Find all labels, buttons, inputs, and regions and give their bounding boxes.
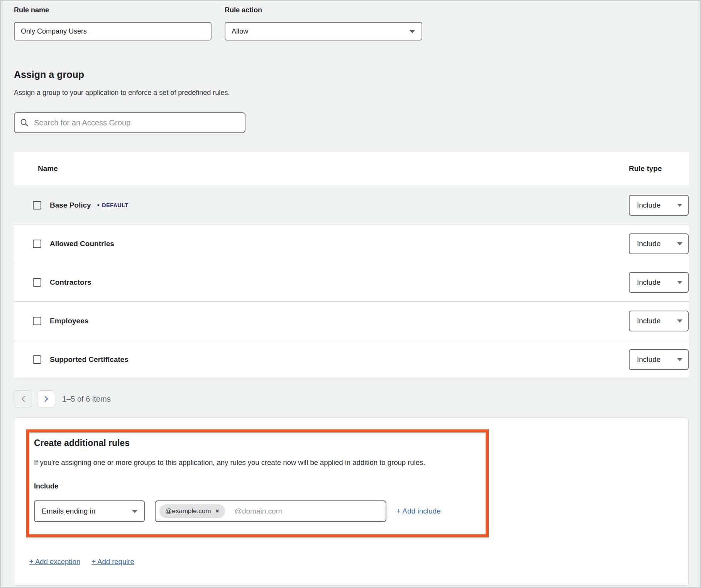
chevron-down-icon [677,242,682,245]
rule-links-row: + Add exception + Add require [29,558,688,566]
search-icon [20,118,29,127]
pagination-label: 1–5 of 6 items [62,395,111,404]
chevron-down-icon [677,281,682,284]
assign-group-heading: Assign a group [14,69,689,80]
table-row: Contractors Include [14,263,689,301]
row-name: Contractors [50,278,91,287]
table-row: Supported Certificates Include [14,340,689,378]
badge-label: DEFAULT [102,202,129,208]
rule-type-value: Include [637,201,660,210]
chevron-down-icon [132,510,138,513]
pagination: 1–5 of 6 items [14,390,689,407]
chevron-down-icon [677,319,682,323]
rule-form-row: Rule name Rule action Allow [14,6,689,41]
rule-type-select[interactable]: Include [629,311,689,331]
rule-type-value: Include [637,355,660,364]
additional-rules-description: If you're assigning one or more groups t… [34,458,478,467]
row-checkbox[interactable] [33,201,41,210]
rule-name-field-group: Rule name [14,6,212,41]
access-group-search-input[interactable]: Search for an Access Group [14,112,246,133]
rule-type-select[interactable]: Include [629,272,689,293]
table-row: Employees Include [14,301,689,340]
next-page-button[interactable] [37,390,55,407]
rule-type-value: Include [637,278,660,287]
rule-type-select[interactable]: Include [629,195,689,216]
add-require-link[interactable]: + Add require [91,558,134,566]
rule-type-select[interactable]: Include [629,233,689,254]
rule-name-input[interactable] [14,22,212,41]
rule-action-select[interactable]: Allow [225,22,422,41]
row-name: Employees [50,317,88,325]
domain-input-placeholder: @domain.com [235,507,282,515]
include-label: Include [34,482,478,490]
include-rule-controls: Emails ending in @example.com × @domain.… [34,500,478,522]
search-placeholder: Search for an Access Group [34,118,130,127]
column-header-rule-type: Rule type [629,164,689,173]
remove-tag-icon[interactable]: × [215,508,219,514]
row-checkbox[interactable] [33,240,41,248]
rule-action-field-group: Rule action Allow [225,6,422,41]
condition-select[interactable]: Emails ending in [34,500,145,522]
email-domain-tag: @example.com × [159,504,225,518]
row-name: Allowed Countries [50,240,114,248]
row-name: Supported Certificates [50,355,129,364]
rule-action-value: Allow [232,27,248,35]
chevron-down-icon [677,358,682,361]
badge-dot: • [97,202,100,208]
assign-group-description: Assign a group to your application to en… [14,89,689,97]
table-header: Name Rule type [14,152,689,186]
tag-label: @example.com [165,507,211,515]
column-header-name: Name [38,164,58,173]
app-window: Rule name Rule action Allow Assign a gro… [0,0,701,588]
access-groups-table: Name Rule type Base Policy • DEFAULT Inc… [14,152,689,379]
highlight-outline: Create additional rules If you're assign… [26,429,489,537]
rule-type-value: Include [637,317,660,325]
rule-type-value: Include [637,240,660,248]
chevron-right-icon [44,395,49,402]
rule-action-label: Rule action [225,6,422,14]
chevron-down-icon [677,204,682,207]
table-row: Allowed Countries Include [14,224,689,263]
table-row: Base Policy • DEFAULT Include [14,186,689,224]
add-include-link[interactable]: + Add include [396,507,441,515]
condition-value: Emails ending in [42,507,95,515]
default-badge: • DEFAULT [97,202,129,208]
chevron-down-icon [409,30,415,33]
row-checkbox[interactable] [33,317,41,325]
previous-page-button[interactable] [14,390,32,407]
rule-name-label: Rule name [14,6,212,14]
email-domain-input[interactable]: @example.com × @domain.com [155,500,386,522]
add-exception-link[interactable]: + Add exception [29,558,80,566]
rule-type-select[interactable]: Include [629,349,689,370]
additional-rules-heading: Create additional rules [34,438,478,448]
row-name: Base Policy [50,201,91,210]
chevron-left-icon [20,395,26,402]
row-checkbox[interactable] [33,278,41,287]
additional-rules-card: Create additional rules If you're assign… [14,417,689,586]
row-checkbox[interactable] [33,355,41,364]
